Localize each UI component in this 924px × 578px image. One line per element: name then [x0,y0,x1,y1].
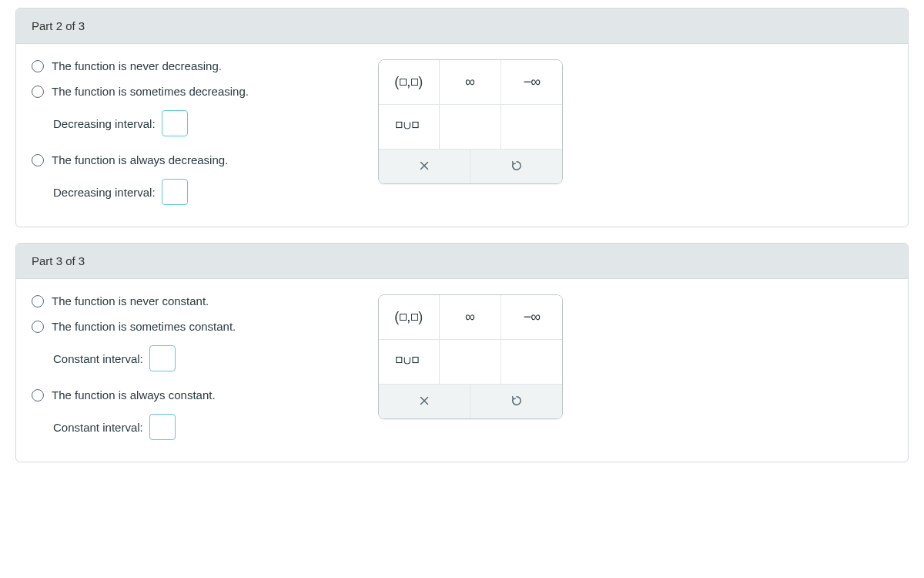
section-body: The function is never constant. The func… [16,279,908,462]
palette-open-interval[interactable]: (,) [379,60,440,105]
palette-empty-a [440,105,500,150]
neg-infinity-icon: −∞ [524,74,540,90]
interval-label: Decreasing interval: [53,186,156,199]
radio-icon [32,154,44,166]
undo-icon [510,159,524,175]
part-header-label: Part 2 of 3 [32,19,85,32]
palette-infinity[interactable]: ∞ [440,60,500,105]
palette-undo-button[interactable] [470,150,562,183]
palette-clear-button[interactable] [379,385,470,418]
palette-neg-infinity[interactable]: −∞ [501,60,562,105]
palette-clear-button[interactable] [379,150,470,183]
close-icon [417,159,431,175]
radio-icon [32,389,44,402]
radio-option-always-decreasing[interactable]: The function is always decreasing. [32,153,355,166]
svg-rect-2 [397,357,402,362]
interval-input[interactable] [149,414,176,440]
open-interval-icon: (,) [394,74,424,90]
option-label: The function is sometimes constant. [52,320,236,333]
palette-actions [379,385,562,418]
palette-open-interval[interactable]: (,) [379,295,440,340]
part-3-section: Part 3 of 3 The function is never consta… [15,243,909,462]
svg-rect-3 [413,357,418,362]
neg-infinity-icon: −∞ [524,309,540,325]
radio-option-sometimes-constant[interactable]: The function is sometimes constant. [32,320,355,333]
constant-interval-row-a: Constant interval: [32,345,355,371]
option-label: The function is always constant. [52,388,216,402]
radio-option-always-constant[interactable]: The function is always constant. [32,388,355,402]
symbol-palette: (,) ∞ −∞ [378,294,563,419]
close-icon [417,394,431,410]
palette-empty-a [440,340,500,385]
infinity-icon: ∞ [465,74,475,90]
palette-grid: (,) ∞ −∞ [379,295,562,385]
part-header: Part 2 of 3 [16,8,908,44]
radio-option-never-constant[interactable]: The function is never constant. [32,294,355,307]
part-header: Part 3 of 3 [16,244,908,279]
part-2-section: Part 2 of 3 The function is never decrea… [15,8,909,227]
radio-icon [32,60,44,72]
infinity-icon: ∞ [465,309,475,325]
svg-rect-0 [397,122,402,127]
radio-icon [32,86,44,98]
part-header-label: Part 3 of 3 [32,254,85,267]
open-interval-icon: (,) [394,309,424,325]
interval-input[interactable] [162,110,188,136]
palette-neg-infinity[interactable]: −∞ [501,295,562,340]
option-label: The function is always decreasing. [52,153,228,166]
union-icon [396,118,422,136]
section-body: The function is never decreasing. The fu… [16,44,908,227]
radio-icon [32,295,44,307]
interval-label: Constant interval: [53,421,143,434]
radio-option-never-decreasing[interactable]: The function is never decreasing. [32,59,355,72]
svg-rect-1 [413,122,418,127]
palette-empty-b [501,340,562,385]
radio-option-sometimes-decreasing[interactable]: The function is sometimes decreasing. [32,85,355,98]
symbol-palette: (,) ∞ −∞ [378,59,563,184]
options-column: The function is never constant. The func… [32,294,355,443]
palette-infinity[interactable]: ∞ [440,295,500,340]
undo-icon [510,394,524,410]
option-label: The function is never constant. [52,294,209,307]
interval-input[interactable] [149,345,176,371]
palette-undo-button[interactable] [470,385,562,418]
palette-union[interactable] [379,340,440,385]
decreasing-interval-row-b: Decreasing interval: [32,179,355,205]
interval-label: Constant interval: [53,352,143,365]
palette-grid: (,) ∞ −∞ [379,60,562,150]
palette-union[interactable] [379,105,440,150]
union-icon [396,353,422,371]
palette-empty-b [501,105,562,150]
radio-icon [32,321,44,333]
interval-label: Decreasing interval: [53,117,156,130]
option-label: The function is never decreasing. [52,59,222,72]
interval-input[interactable] [162,179,188,205]
palette-actions [379,150,562,183]
option-label: The function is sometimes decreasing. [52,85,249,98]
decreasing-interval-row-a: Decreasing interval: [32,110,355,136]
options-column: The function is never decreasing. The fu… [32,59,355,208]
constant-interval-row-b: Constant interval: [32,414,355,440]
